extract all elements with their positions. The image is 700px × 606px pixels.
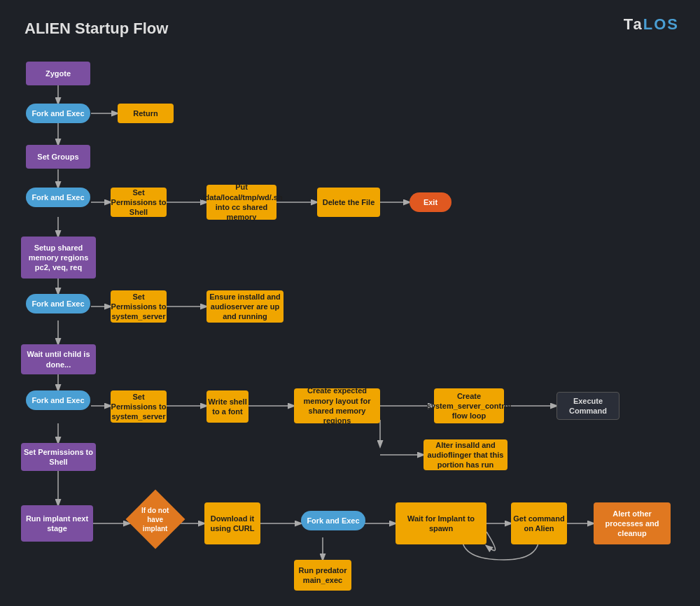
set-perm-sysserver-1-node: Set Permissions to system_server	[111, 290, 167, 323]
ensure-installd-node: Ensure installd and audioserver are up a…	[206, 290, 284, 323]
set-perm-sysserver-2-node: Set Permissions to system_server	[111, 390, 167, 423]
talos-logo: TaLOS	[624, 15, 679, 34]
fork-exec-1-node: Fork and Exec	[26, 104, 90, 123]
alter-installd-node: Alter insalld and audioflinger that this…	[424, 439, 507, 470]
setup-shared-node: Setup shared memory regions pc2, veq, re…	[21, 237, 96, 279]
fork-exec-5-node: Fork and Exec	[301, 511, 365, 530]
talos-logo-text: TaLOS	[624, 15, 679, 33]
write-shell-node: Write shell to a font	[206, 390, 248, 423]
fork-exec-2-node: Fork and Exec	[26, 188, 90, 207]
alert-other-node: Alert other processes and cleanup	[594, 502, 671, 544]
run-implant-node: Run implant next stage	[21, 505, 93, 542]
put-data-node: Put ./data/local/tmp/wd/.sh into cc shar…	[206, 185, 276, 220]
return-node: Return	[118, 104, 174, 123]
execute-command-node: Execute Command	[556, 392, 620, 420]
set-perm-shell-1-node: Set Permissions to Shell	[111, 188, 167, 217]
create-control-node: Create system_server_control flow loop	[434, 388, 504, 423]
create-expected-node: Create expected memory layout for shared…	[294, 388, 380, 423]
set-perm-shell-2-node: Set Permissions to Shell	[21, 443, 96, 471]
if-no-implant-node: If do not have implant	[126, 490, 186, 549]
zygote-node: Zygote	[26, 62, 90, 85]
fork-exec-3-node: Fork and Exec	[26, 294, 90, 313]
set-groups-node: Set Groups	[26, 145, 90, 169]
if-no-implant-label: If do not have implant	[134, 506, 176, 533]
run-predator-node: Run predator main_exec	[294, 560, 351, 591]
page-title: ALIEN Startup Flow	[24, 20, 168, 38]
download-curl-node: Download it using CURL	[204, 502, 260, 544]
get-command-node: Get command on Alien	[511, 502, 567, 544]
exit-node: Exit	[410, 192, 451, 212]
wait-implant-node: Wait for Implant to spawn	[396, 502, 486, 544]
wait-child-node: Wait until child is done...	[21, 344, 96, 374]
fork-exec-4-node: Fork and Exec	[26, 390, 90, 410]
delete-file-node: Delete the File	[317, 188, 380, 217]
